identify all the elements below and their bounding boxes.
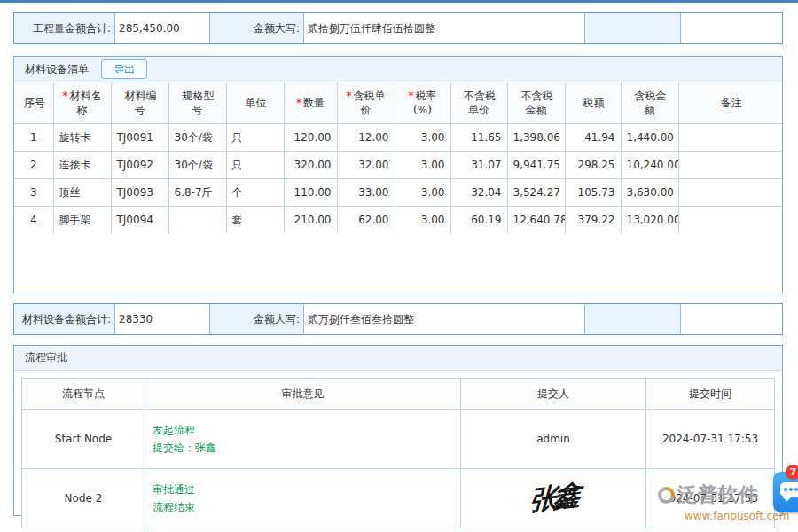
- mat-cell: 9,941.75: [507, 152, 565, 179]
- mat-cell: [678, 179, 782, 207]
- opinion-line: 流程结束: [153, 498, 453, 516]
- mat-cell: 10,240.00: [621, 152, 678, 179]
- material-row: 1 旋转卡 TJ0091 30个/袋 只 120.00 12.00 3.00 1…: [14, 124, 782, 152]
- flow-node-cell: Node 2: [22, 469, 145, 528]
- amount-in-words-value: 贰拾捌万伍仟肆佰伍拾圆整: [304, 13, 585, 43]
- mat-cell: 33.00: [337, 179, 395, 207]
- mat-cell: 11.65: [450, 124, 507, 152]
- mat-cell: 60.19: [450, 207, 507, 234]
- mat-cell: TJ0092: [111, 152, 168, 179]
- mat-cell: 旋转卡: [53, 124, 111, 152]
- approval-opinion-cell: 审批通过 流程结束: [145, 469, 461, 528]
- mat-cell: 1,398.06: [507, 124, 565, 152]
- mat-cell: 30个/袋: [168, 124, 226, 152]
- material-total-value: 28330: [115, 304, 210, 334]
- mat-cell: 1: [14, 124, 53, 152]
- approval-section-title: 流程审批: [25, 350, 67, 365]
- material-table: 序号 *材料名 称 材料编 号 规格型 号 单位 *数量 *含税单 价 *税率 …: [14, 82, 782, 233]
- mat-cell: 3.00: [395, 124, 450, 152]
- opinion-line: 提交给：张鑫: [153, 439, 453, 457]
- mat-cell: [168, 207, 226, 234]
- mat-cell: TJ0091: [111, 124, 168, 152]
- col-tax-excl-amount: 不含税 金额: [507, 82, 565, 124]
- col-submit-time: 提交时间: [646, 379, 775, 410]
- mat-cell: 62.00: [337, 207, 395, 234]
- mat-cell: 连接卡: [53, 152, 111, 179]
- approval-row: Start Node 发起流程 提交给：张鑫 admin 2024-07-31 …: [22, 410, 775, 469]
- amount-in-words-label: 金额大写:: [210, 13, 304, 43]
- material-row: 4 脚手架 TJ0094 套 210.00 62.00 3.00 60.19 1…: [14, 207, 782, 234]
- chat-badge[interactable]: 7: [786, 465, 798, 480]
- col-tax-excl-unit-price: 不含税 单价: [450, 82, 507, 124]
- mat-cell: [678, 152, 782, 179]
- empty-value-cell: [681, 13, 782, 43]
- mat-cell: 3,524.27: [507, 179, 565, 207]
- material-total-label: 材料设备金额合计:: [14, 304, 115, 334]
- material-row: 2 连接卡 TJ0092 30个/袋 只 320.00 32.00 3.00 3…: [14, 152, 782, 179]
- col-remark: 备注: [678, 82, 782, 124]
- opinion-line: 发起流程: [153, 421, 453, 439]
- col-seq: 序号: [14, 82, 53, 124]
- mat-cell: 3: [14, 179, 53, 207]
- mat-cell: 个: [226, 179, 284, 207]
- flow-node-cell: Start Node: [22, 410, 145, 469]
- project-total-label: 工程量金额合计:: [14, 13, 115, 43]
- col-material-code: 材料编 号: [111, 82, 168, 124]
- chat-bubble-icon: [780, 482, 798, 497]
- mat-cell: 3.00: [395, 152, 450, 179]
- empty-label-cell: [585, 13, 681, 43]
- material-amount-summary-row: 材料设备金额合计: 28330 金额大写: 贰万捌仟叁佰叁拾圆整: [13, 303, 783, 335]
- col-tax-incl-amount: 含税金 额: [621, 82, 678, 124]
- col-quantity: *数量: [284, 82, 337, 124]
- mat-cell: 脚手架: [53, 207, 111, 234]
- col-unit: 单位: [226, 82, 284, 124]
- col-tax-amount: 税额: [565, 82, 621, 124]
- mat-cell: 套: [226, 207, 284, 234]
- mat-cell: 32.00: [337, 152, 395, 179]
- material-section-title: 材料设备清单: [25, 62, 89, 77]
- mat-cell: 3.00: [395, 179, 450, 207]
- col-submitter: 提交人: [461, 379, 646, 410]
- mat-cell: 3,630.00: [621, 179, 678, 207]
- material-row: 3 顶丝 TJ0093 6.8-7斤 个 110.00 33.00 3.00 3…: [14, 179, 782, 207]
- empty-value-cell: [681, 304, 782, 334]
- mat-cell: 只: [226, 124, 284, 152]
- col-tax-incl-unit-price: *含税单 价: [337, 82, 395, 124]
- material-equipment-section: 材料设备清单 导出 序号 *材料名 称 材料编 号 规格型 号 单位 *数量 *…: [13, 56, 783, 293]
- submit-time-cell: 2024-07-31 17:53: [646, 410, 775, 469]
- export-button[interactable]: 导出: [101, 59, 147, 79]
- approval-opinion-cell: 发起流程 提交给：张鑫: [145, 410, 461, 469]
- mat-cell: 120.00: [284, 124, 337, 152]
- mat-cell: 13,020.00: [621, 207, 678, 234]
- mat-cell: 12.00: [337, 124, 395, 152]
- submitter-cell: admin: [461, 410, 646, 469]
- mat-cell: [678, 124, 782, 152]
- project-amount-summary-row: 工程量金额合计: 285,450.00 金额大写: 贰拾捌万伍仟肆佰伍拾圆整: [13, 12, 783, 44]
- mat-cell: 12,640.78: [507, 207, 565, 234]
- mat-cell: 30个/袋: [168, 152, 226, 179]
- vendor-brand: 泛普软件: [677, 483, 759, 505]
- col-tax-rate: *税率 (%): [395, 82, 450, 124]
- mat-cell: 110.00: [284, 179, 337, 207]
- mat-cell: [678, 207, 782, 234]
- col-spec-model: 规格型 号: [168, 82, 226, 124]
- material-table-header-row: 序号 *材料名 称 材料编 号 规格型 号 单位 *数量 *含税单 价 *税率 …: [14, 82, 782, 124]
- mat-cell: TJ0093: [111, 179, 168, 207]
- col-material-name: *材料名 称: [53, 82, 111, 124]
- mat-cell: 31.07: [450, 152, 507, 179]
- submitter-signature: 张鑫: [528, 476, 578, 520]
- top-accent-line: [0, 0, 798, 3]
- mat-cell: 2: [14, 152, 53, 179]
- vendor-logo-icon: [658, 487, 675, 504]
- submitter-cell: 张鑫: [461, 469, 646, 528]
- mat-cell: TJ0094: [111, 207, 168, 234]
- mat-cell: 1,440.00: [621, 124, 678, 152]
- mat-cell: 3.00: [395, 207, 450, 234]
- mat-cell: 6.8-7斤: [168, 179, 226, 207]
- col-flow-node: 流程节点: [22, 379, 145, 410]
- mat-cell: 298.25: [565, 152, 621, 179]
- amount-in-words-value: 贰万捌仟叁佰叁拾圆整: [304, 304, 585, 334]
- mat-cell: 379.22: [565, 207, 621, 234]
- mat-cell: 105.73: [565, 179, 621, 207]
- col-approval-opinion: 审批意见: [145, 379, 461, 410]
